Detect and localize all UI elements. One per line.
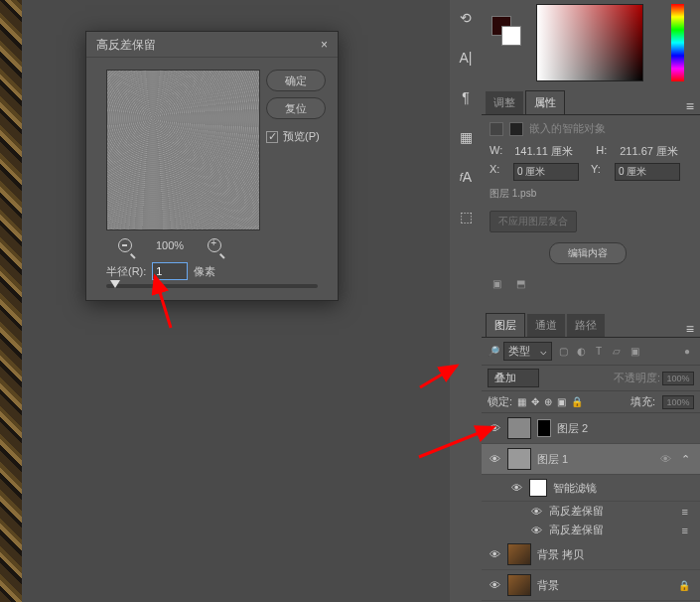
visibility-icon[interactable]: 👁 xyxy=(529,506,543,518)
layer-list: 👁 图层 2 👁 图层 1 👁 ⌃ 👁 智能滤镜 👁 高反差保留 ≡ xyxy=(482,413,700,602)
filter-item[interactable]: 👁 高反差保留 ≡ xyxy=(482,521,700,539)
x-input[interactable]: 0 厘米 xyxy=(513,163,579,181)
convert-icon[interactable]: ▣ xyxy=(490,276,503,290)
h-value: 211.67 厘米 xyxy=(620,144,678,159)
mask-thumb[interactable] xyxy=(537,419,551,437)
lock-all-icon[interactable]: 🔒 xyxy=(571,396,583,407)
lock-pixels-icon[interactable]: ▦ xyxy=(517,396,526,407)
source-file: 图层 1.psb xyxy=(490,187,692,201)
y-label: Y: xyxy=(591,163,603,181)
visibility-icon[interactable]: 👁 xyxy=(488,548,501,560)
filter-type-icon[interactable]: T xyxy=(592,345,606,359)
collapsed-panel-dock: ⟲ A| ¶ ▦ fA ⬚ xyxy=(450,0,482,602)
zoom-in-icon[interactable] xyxy=(208,238,221,252)
high-pass-dialog: 高反差保留 × 确定 复位 ✓ 预览(P) 100% 半径(R): 像素 xyxy=(85,31,339,301)
layer-name[interactable]: 图层 1 xyxy=(537,452,568,467)
filter-options-icon[interactable]: ≡ xyxy=(682,506,688,518)
filter-name[interactable]: 高反差保留 xyxy=(549,504,604,519)
smart-filters-row[interactable]: 👁 智能滤镜 xyxy=(482,475,700,502)
lock-icon[interactable]: 🔒 xyxy=(678,580,690,591)
layer-comp-select: 不应用图层复合 xyxy=(490,211,577,232)
smart-object-badge: 👁 xyxy=(660,453,671,465)
hue-slider[interactable] xyxy=(671,4,684,81)
y-input[interactable]: 0 厘米 xyxy=(615,163,680,181)
lock-position-icon[interactable]: ✥ xyxy=(531,396,539,407)
glyphs-icon[interactable]: fA xyxy=(458,169,474,185)
close-icon[interactable]: × xyxy=(321,32,328,58)
opacity-input[interactable]: 100% xyxy=(662,372,694,385)
panel-menu-icon[interactable]: ≡ xyxy=(686,98,694,114)
slider-thumb[interactable] xyxy=(110,280,120,288)
fill-input[interactable]: 100% xyxy=(662,395,694,409)
tab-paths[interactable]: 路径 xyxy=(567,314,605,337)
filter-shape-icon[interactable]: ▱ xyxy=(610,345,624,359)
x-label: X: xyxy=(490,163,501,181)
filter-name[interactable]: 高反差保留 xyxy=(549,523,604,537)
expand-icon[interactable]: ⌃ xyxy=(681,453,690,466)
visibility-icon[interactable]: 👁 xyxy=(529,525,543,536)
blend-mode-select[interactable]: 叠加 xyxy=(488,369,539,387)
smart-object-icon xyxy=(490,122,503,136)
filter-options-icon[interactable]: ≡ xyxy=(682,525,688,536)
dialog-titlebar[interactable]: 高反差保留 × xyxy=(86,32,338,58)
ok-button[interactable]: 确定 xyxy=(266,70,326,91)
filter-kind-select[interactable]: 类型⌵ xyxy=(503,342,552,361)
layer-row[interactable]: 👁 图层 2 xyxy=(482,413,700,444)
layer-name[interactable]: 背景 拷贝 xyxy=(537,547,584,562)
visibility-icon[interactable]: 👁 xyxy=(488,422,501,434)
radius-slider[interactable] xyxy=(106,284,318,288)
properties-tab-bar: 调整 属性 ≡ xyxy=(482,91,700,115)
filter-pixel-icon[interactable]: ▢ xyxy=(556,345,570,359)
tab-channels[interactable]: 通道 xyxy=(527,314,565,337)
layer-row[interactable]: 👁 背景 🔒 xyxy=(482,570,700,601)
edit-contents-button[interactable]: 编辑内容 xyxy=(549,242,627,264)
layer-row[interactable]: 👁 背景 拷贝 xyxy=(482,539,700,570)
layers-menu-icon[interactable]: ≡ xyxy=(686,321,694,337)
right-panel-stack: 调整 属性 ≡ 嵌入的智能对象 W: 141.11 厘米 H: 211.67 厘… xyxy=(482,0,700,602)
lock-nest-icon[interactable]: ▣ xyxy=(557,396,566,407)
lock-artboard-icon[interactable]: ⊕ xyxy=(544,396,552,407)
layer-thumb[interactable] xyxy=(507,448,531,470)
history-icon[interactable]: ⟲ xyxy=(458,10,474,26)
color-panel xyxy=(482,0,700,91)
layer-thumb[interactable] xyxy=(507,543,531,565)
filter-item[interactable]: 👁 高反差保留 ≡ xyxy=(482,502,700,521)
filter-adjust-icon[interactable]: ◐ xyxy=(574,345,588,359)
w-value: 141.11 厘米 xyxy=(514,144,584,159)
filter-preview[interactable] xyxy=(106,70,260,230)
embed-icon[interactable]: ⬒ xyxy=(513,276,527,290)
layer-thumb[interactable] xyxy=(507,574,531,596)
w-label: W: xyxy=(490,144,502,159)
opacity-label: 不透明度: xyxy=(614,371,660,385)
character-icon[interactable]: A| xyxy=(458,50,474,66)
link-icon xyxy=(509,122,523,136)
lock-label: 锁定: xyxy=(488,394,512,409)
layer-name[interactable]: 背景 xyxy=(537,578,559,593)
layers-panel: 图层 通道 路径 ≡ 🔎 类型⌵ ▢ ◐ T ▱ ▣ ● 叠加 不透明度: 10… xyxy=(482,314,700,602)
layer-row-selected[interactable]: 👁 图层 1 👁 ⌃ xyxy=(482,444,700,475)
filter-mask-thumb[interactable] xyxy=(529,479,547,497)
visibility-icon[interactable]: 👁 xyxy=(488,579,501,591)
visibility-icon[interactable]: 👁 xyxy=(488,453,501,465)
zoom-out-icon[interactable] xyxy=(118,238,132,252)
visibility-icon[interactable]: 👁 xyxy=(509,482,523,494)
layer-thumb[interactable] xyxy=(507,417,531,439)
filter-smart-icon[interactable]: ▣ xyxy=(628,345,641,359)
reset-button[interactable]: 复位 xyxy=(266,97,326,119)
background-swatch[interactable] xyxy=(501,26,521,46)
color-field[interactable] xyxy=(536,4,643,81)
radius-unit: 像素 xyxy=(194,264,215,279)
embedded-label: 嵌入的智能对象 xyxy=(529,121,606,136)
tab-adjustments[interactable]: 调整 xyxy=(486,91,523,114)
radius-input[interactable] xyxy=(152,262,188,280)
swatches-icon[interactable]: ▦ xyxy=(458,129,474,145)
tab-layers[interactable]: 图层 xyxy=(486,313,525,337)
radius-label: 半径(R): xyxy=(106,264,146,279)
h-label: H: xyxy=(596,144,608,159)
filter-toggle[interactable]: ● xyxy=(680,345,694,359)
layer-name[interactable]: 图层 2 xyxy=(557,421,588,436)
3d-icon[interactable]: ⬚ xyxy=(458,209,474,225)
tab-properties[interactable]: 属性 xyxy=(525,90,565,114)
paragraph-icon[interactable]: ¶ xyxy=(458,89,474,105)
preview-checkbox[interactable]: ✓ xyxy=(266,131,278,143)
